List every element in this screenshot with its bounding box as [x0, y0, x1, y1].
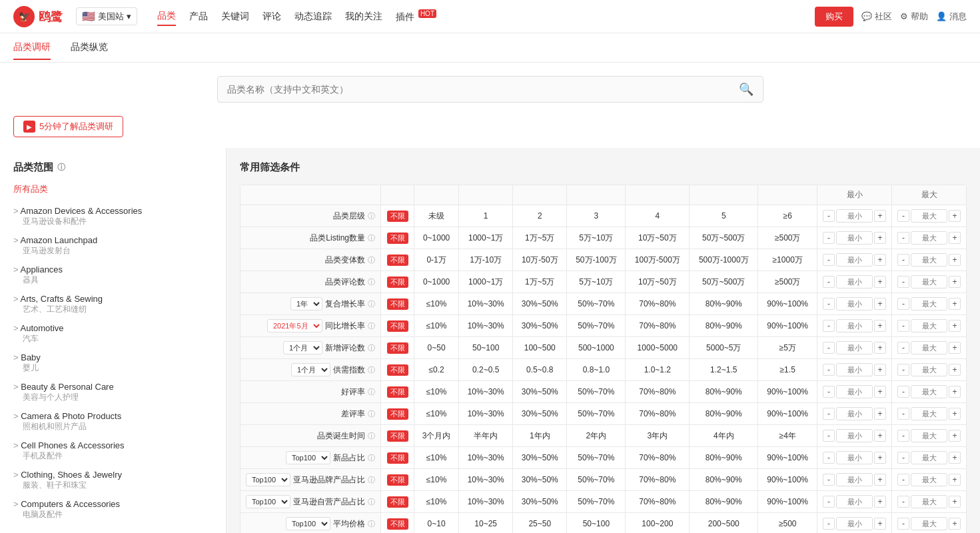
unlimited-badge[interactable]: 不限: [387, 276, 408, 288]
row-prefix-select[interactable]: Top100: [246, 495, 290, 508]
filter-cell-0-4[interactable]: 4: [626, 205, 690, 227]
category-item[interactable]: Automotive汽车: [0, 319, 226, 348]
filter-cell-13-3[interactable]: 50%~70%: [567, 491, 626, 513]
min-increase-btn[interactable]: +: [874, 210, 886, 222]
min-decrease-btn[interactable]: -: [823, 364, 835, 376]
nav-item-favorites[interactable]: 我的关注: [345, 8, 382, 25]
row-prefix-select[interactable]: Top100: [246, 473, 290, 486]
min-input[interactable]: [836, 495, 873, 508]
category-item[interactable]: Beauty & Personal Care美容与个人护理: [0, 378, 226, 407]
min-decrease-btn[interactable]: -: [823, 320, 835, 332]
unlimited-badge[interactable]: 不限: [387, 233, 408, 244]
unlimited-badge[interactable]: 不限: [387, 474, 408, 486]
max-input[interactable]: [911, 495, 947, 508]
filter-cell-3-2[interactable]: 1万~5万: [513, 271, 567, 293]
filter-cell-3-0[interactable]: 0~1000: [414, 271, 459, 293]
filter-cell-0-6[interactable]: ≥6: [758, 205, 817, 227]
filter-cell-10-5[interactable]: 4年内: [690, 425, 758, 447]
row-info-icon[interactable]: ⓘ: [368, 321, 375, 331]
site-selector[interactable]: 🇺🇸 美国站 ▾: [76, 7, 137, 25]
max-input[interactable]: [911, 297, 947, 310]
sub-nav-overview[interactable]: 品类纵览: [71, 36, 108, 60]
filter-cell-11-4[interactable]: 70%~80%: [626, 447, 690, 469]
row-info-icon[interactable]: ⓘ: [368, 299, 375, 309]
min-decrease-btn[interactable]: -: [823, 232, 835, 244]
max-decrease-btn[interactable]: -: [897, 320, 909, 332]
filter-cell-13-0[interactable]: ≤10%: [414, 491, 459, 513]
unlimited-badge[interactable]: 不限: [387, 430, 408, 442]
filter-cell-9-6[interactable]: 90%~100%: [758, 403, 817, 425]
unlimited-badge[interactable]: 不限: [387, 320, 408, 332]
max-increase-btn[interactable]: +: [949, 320, 961, 332]
community-link[interactable]: 💬 社区: [861, 11, 892, 23]
filter-cell-5-4[interactable]: 70%~80%: [626, 315, 690, 337]
max-input[interactable]: [911, 319, 947, 332]
filter-cell-7-3[interactable]: 0.8~1.0: [567, 359, 626, 381]
filter-cell-4-3[interactable]: 50%~70%: [567, 293, 626, 315]
min-increase-btn[interactable]: +: [874, 342, 886, 354]
unlimited-badge[interactable]: 不限: [387, 518, 408, 530]
filter-cell-8-6[interactable]: 90%~100%: [758, 381, 817, 403]
row-info-icon[interactable]: ⓘ: [368, 497, 375, 507]
filter-cell-11-5[interactable]: 80%~90%: [690, 447, 758, 469]
max-increase-btn[interactable]: +: [949, 210, 961, 222]
filter-cell-12-5[interactable]: 80%~90%: [690, 469, 758, 491]
max-decrease-btn[interactable]: -: [897, 210, 909, 222]
filter-cell-9-3[interactable]: 50%~70%: [567, 403, 626, 425]
unlimited-badge[interactable]: 不限: [387, 364, 408, 376]
category-item[interactable]: Amazon Launchpad亚马逊发射台: [0, 231, 226, 261]
row-info-icon[interactable]: ⓘ: [368, 519, 375, 529]
row-info-icon[interactable]: ⓘ: [368, 453, 375, 463]
min-decrease-btn[interactable]: -: [823, 430, 835, 442]
filter-cell-1-3[interactable]: 5万~10万: [567, 227, 626, 249]
filter-cell-11-3[interactable]: 50%~70%: [567, 447, 626, 469]
min-increase-btn[interactable]: +: [874, 254, 886, 266]
category-item[interactable]: Computers & Accessories电脑及配件: [0, 495, 226, 524]
nav-item-tracking[interactable]: 动态追踪: [294, 8, 332, 25]
min-input[interactable]: [836, 319, 873, 332]
filter-cell-1-0[interactable]: 0~1000: [414, 227, 459, 249]
filter-cell-7-1[interactable]: 0.2~0.5: [459, 359, 513, 381]
filter-cell-6-2[interactable]: 100~500: [513, 337, 567, 359]
min-decrease-btn[interactable]: -: [823, 298, 835, 310]
nav-item-plugins[interactable]: 插件 HOT: [396, 7, 436, 26]
category-item[interactable]: Baby婴儿: [0, 348, 226, 378]
nav-item-reviews[interactable]: 评论: [262, 8, 281, 25]
min-input[interactable]: [836, 275, 873, 288]
max-increase-btn[interactable]: +: [949, 518, 961, 530]
min-increase-btn[interactable]: +: [874, 408, 886, 420]
max-decrease-btn[interactable]: -: [897, 254, 909, 266]
filter-cell-4-6[interactable]: 90%~100%: [758, 293, 817, 315]
filter-cell-5-1[interactable]: 10%~30%: [459, 315, 513, 337]
filter-cell-4-4[interactable]: 70%~80%: [626, 293, 690, 315]
filter-cell-8-0[interactable]: ≤10%: [414, 381, 459, 403]
filter-cell-5-5[interactable]: 80%~90%: [690, 315, 758, 337]
category-item[interactable]: Arts, Crafts & Sewing艺术、工艺和缝纫: [0, 290, 226, 319]
filter-cell-2-3[interactable]: 50万-100万: [567, 249, 626, 271]
filter-cell-2-6[interactable]: ≥1000万: [758, 249, 817, 271]
nav-item-products[interactable]: 产品: [189, 8, 208, 25]
max-input[interactable]: [911, 275, 947, 288]
max-decrease-btn[interactable]: -: [897, 408, 909, 420]
unlimited-badge[interactable]: 不限: [387, 211, 408, 222]
row-prefix-select[interactable]: Top100: [286, 517, 330, 530]
min-input[interactable]: [836, 473, 873, 486]
filter-cell-14-4[interactable]: 100~200: [626, 513, 690, 534]
max-input[interactable]: [911, 451, 947, 464]
row-info-icon[interactable]: ⓘ: [368, 387, 375, 397]
filter-cell-7-5[interactable]: 1.2~1.5: [690, 359, 758, 381]
max-increase-btn[interactable]: +: [949, 364, 961, 376]
filter-cell-10-1[interactable]: 半年内: [459, 425, 513, 447]
min-input[interactable]: [836, 209, 873, 223]
filter-cell-9-1[interactable]: 10%~30%: [459, 403, 513, 425]
filter-cell-6-5[interactable]: 5000~5万: [690, 337, 758, 359]
max-decrease-btn[interactable]: -: [897, 298, 909, 310]
filter-cell-13-2[interactable]: 30%~50%: [513, 491, 567, 513]
unlimited-badge[interactable]: 不限: [387, 386, 408, 398]
max-input[interactable]: [911, 407, 947, 420]
unlimited-badge[interactable]: 不限: [387, 496, 408, 508]
filter-cell-3-6[interactable]: ≥500万: [758, 271, 817, 293]
min-input[interactable]: [836, 451, 873, 464]
min-input[interactable]: [836, 407, 873, 420]
filter-cell-4-2[interactable]: 30%~50%: [513, 293, 567, 315]
